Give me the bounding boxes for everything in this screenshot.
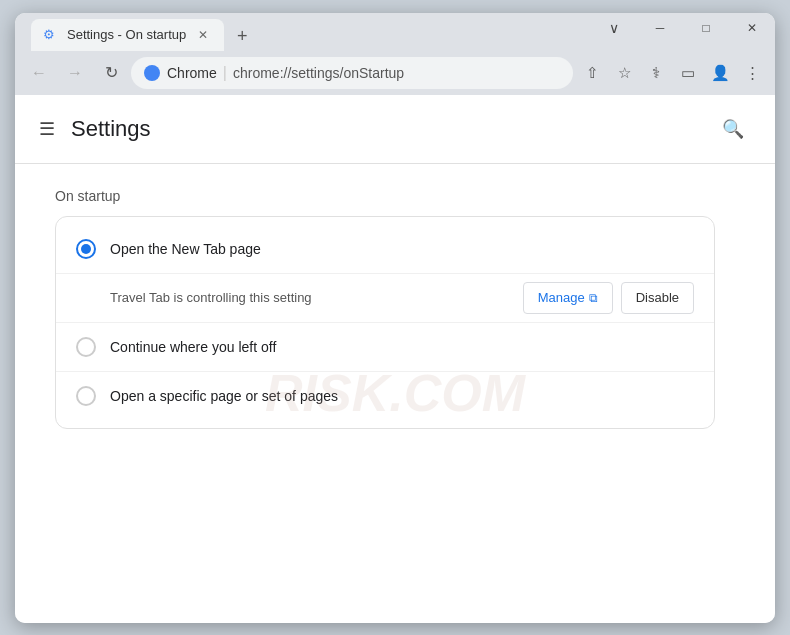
address-divider: | <box>223 64 227 82</box>
option-specific[interactable]: Open a specific page or set of pages <box>56 372 714 420</box>
tab-bar: ⚙ Settings - On startup ✕ + <box>23 19 256 51</box>
page-content: ☰ Settings 🔍 On startup Open the New Tab… <box>15 95 775 623</box>
reload-button[interactable]: ↻ <box>95 57 127 89</box>
radio-continue[interactable] <box>76 337 96 357</box>
browser-window: ⚙ Settings - On startup ✕ + ∨ ─ □ ✕ ← → … <box>15 13 775 623</box>
settings-header: ☰ Settings 🔍 <box>15 95 775 164</box>
tab-title: Settings - On startup <box>67 27 186 42</box>
title-bar: ⚙ Settings - On startup ✕ + ∨ ─ □ ✕ <box>15 13 775 51</box>
menu-icon[interactable]: ⋮ <box>737 58 767 88</box>
back-button[interactable]: ← <box>23 57 55 89</box>
option-continue-label: Continue where you left off <box>110 339 276 355</box>
external-link-icon: ⧉ <box>589 291 598 305</box>
tab-close-button[interactable]: ✕ <box>194 26 212 44</box>
nav-right-icons: ⇧ ☆ ⚕ ▭ 👤 ⋮ <box>577 58 767 88</box>
settings-title-group: ☰ Settings <box>39 116 151 142</box>
address-bar[interactable]: Chrome | chrome://settings/onStartup <box>131 57 573 89</box>
radio-new-tab[interactable] <box>76 239 96 259</box>
option-continue[interactable]: Continue where you left off <box>56 323 714 371</box>
nav-bar: ← → ↻ Chrome | chrome://settings/onStart… <box>15 51 775 95</box>
manage-button[interactable]: Manage ⧉ <box>523 282 613 314</box>
controlled-actions: Manage ⧉ Disable <box>523 282 694 314</box>
option-new-tab[interactable]: Open the New Tab page <box>56 225 714 273</box>
page-title: Settings <box>71 116 151 142</box>
settings-body: On startup Open the New Tab page Travel … <box>15 164 775 453</box>
tab-favicon-icon: ⚙ <box>43 27 59 43</box>
window-controls: ∨ ─ □ ✕ <box>591 13 775 43</box>
active-tab[interactable]: ⚙ Settings - On startup ✕ <box>31 19 224 51</box>
minimize-button[interactable]: ─ <box>637 13 683 43</box>
radio-specific[interactable] <box>76 386 96 406</box>
forward-button[interactable]: → <box>59 57 91 89</box>
settings-search-button[interactable]: 🔍 <box>715 111 751 147</box>
option-specific-label: Open a specific page or set of pages <box>110 388 338 404</box>
disable-button[interactable]: Disable <box>621 282 694 314</box>
chevron-down-icon[interactable]: ∨ <box>591 13 637 43</box>
option-new-tab-label: Open the New Tab page <box>110 241 261 257</box>
controlled-notice-text: Travel Tab is controlling this setting <box>110 290 507 305</box>
maximize-button[interactable]: □ <box>683 13 729 43</box>
pwa-icon[interactable]: ▭ <box>673 58 703 88</box>
section-title: On startup <box>55 188 735 204</box>
chrome-icon <box>144 65 160 81</box>
startup-options-card: Open the New Tab page Travel Tab is cont… <box>55 216 715 429</box>
address-url-text: chrome://settings/onStartup <box>233 65 404 81</box>
controlled-notice-bar: Travel Tab is controlling this setting M… <box>56 273 714 323</box>
extensions-icon[interactable]: ⚕ <box>641 58 671 88</box>
bookmark-icon[interactable]: ☆ <box>609 58 639 88</box>
share-icon[interactable]: ⇧ <box>577 58 607 88</box>
profile-icon[interactable]: 👤 <box>705 58 735 88</box>
menu-hamburger-icon[interactable]: ☰ <box>39 118 55 140</box>
site-name-label: Chrome <box>167 65 217 81</box>
new-tab-button[interactable]: + <box>228 23 256 51</box>
close-button[interactable]: ✕ <box>729 13 775 43</box>
site-favicon-icon <box>143 64 161 82</box>
